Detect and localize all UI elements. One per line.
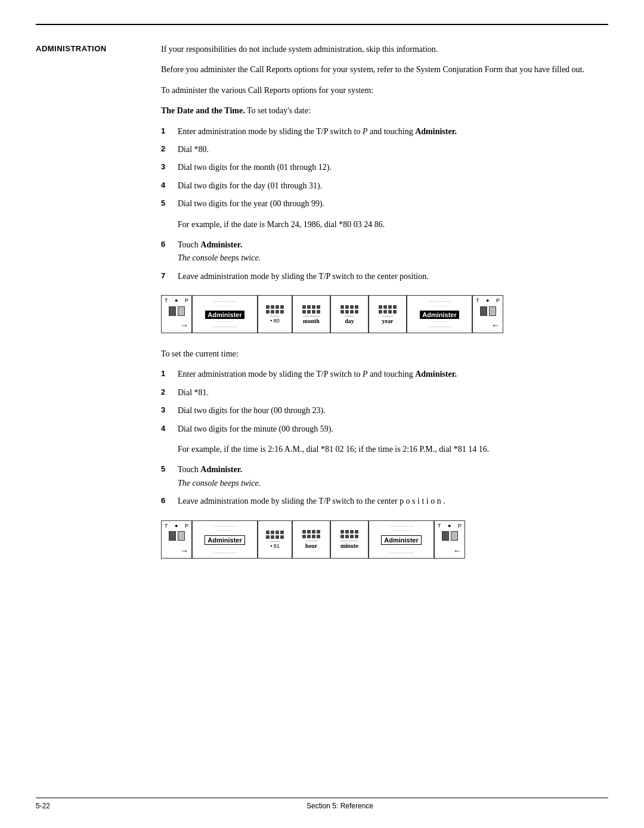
code-box-80: • 80 xyxy=(258,295,292,333)
hour-dots xyxy=(300,528,323,539)
step-2-content: Dial *80. xyxy=(178,143,608,156)
admin-label-1: Administer xyxy=(205,311,244,319)
dot xyxy=(317,535,320,538)
admin-top-text-1: - - - - - - - - - -· · · · · · · · xyxy=(213,299,236,309)
time-intro: To set the current time: xyxy=(161,348,608,361)
step-num-4: 4 xyxy=(161,179,173,193)
date-time-heading-para: The Date and the Time. To set today's da… xyxy=(161,104,608,117)
step-num-3: 3 xyxy=(161,161,173,174)
dot xyxy=(266,535,270,539)
switch-block-8 xyxy=(451,531,458,541)
p-label-r: ● xyxy=(486,297,489,303)
step-num-5: 5 xyxy=(161,197,173,210)
dot xyxy=(340,305,344,309)
dot xyxy=(340,310,344,314)
admin-top-text-2: - - - - - - - - - -· · · · · · · · xyxy=(428,299,451,309)
date-steps-6-7: 6 Touch Administer. The console beeps tw… xyxy=(161,238,608,283)
dot xyxy=(355,530,358,534)
time-admin-bottom-text-2: · · · · · · · ·- - - - - - - - - - xyxy=(389,545,413,556)
dot xyxy=(379,310,382,314)
time-step-num-1: 1 xyxy=(161,368,173,381)
t-label: T xyxy=(165,297,168,303)
hour-box: hour xyxy=(292,520,330,559)
dot xyxy=(317,530,320,534)
time-admin-top-text-1: - - - - - - - - - -· · · · · · · · xyxy=(213,523,236,534)
time-tp-box-right: T ● P ← xyxy=(434,520,465,559)
time-admin-label-2: Administer xyxy=(381,535,421,545)
top-rule xyxy=(36,24,608,25)
date-diagram: T ● P → - - - - - - - - - -· · · · · · · xyxy=(161,295,608,333)
p-label2-r: P xyxy=(496,297,500,303)
dot xyxy=(312,535,315,538)
time-admin-box-2: - - - - - - - - - -· · · · · · · · Admin… xyxy=(369,520,434,559)
dot xyxy=(393,305,397,309)
dot xyxy=(345,305,349,309)
p-label2: P xyxy=(185,297,188,303)
switch-block-4 xyxy=(489,306,496,316)
date-step-7: 7 Leave administration mode by sliding t… xyxy=(161,270,608,283)
p-label: ● xyxy=(175,297,178,303)
time-step-1-content: Enter administration mode by sliding the… xyxy=(178,368,608,381)
step-4-content: Dial two digits for the day (01 through … xyxy=(178,179,608,193)
dot xyxy=(355,310,358,314)
footer-page-num: 5-22 xyxy=(36,802,72,810)
time-step-2: 2 Dial *81. xyxy=(161,386,608,399)
time-example: For example, if the time is 2:16 A.M., d… xyxy=(178,443,608,456)
date-step-5: 5 Dial two digits for the year (00 throu… xyxy=(161,197,608,210)
switch-block-3 xyxy=(480,306,487,316)
day-box: day xyxy=(330,295,369,333)
admin-bottom-text-1: · · · · · · · ·- - - - - - - - - - xyxy=(213,320,236,330)
step-6-content: Touch Administer. The console beeps twic… xyxy=(178,238,608,265)
time-arrow-left: ← xyxy=(451,545,463,557)
code-dots-80 xyxy=(264,303,286,315)
dot xyxy=(350,310,354,314)
time-admin-label-1: Administer xyxy=(205,535,244,545)
minute-label: minute xyxy=(340,541,358,550)
dot xyxy=(271,310,274,314)
time-step-num-6: 6 xyxy=(161,495,173,508)
admin-box-2: - - - - - - - - - -· · · · · · · · Admin… xyxy=(407,295,472,333)
dot xyxy=(307,310,311,314)
day-label: day xyxy=(345,316,354,325)
hour-label: hour xyxy=(305,541,318,550)
year-label: year xyxy=(382,316,394,325)
time-step-num-5: 5 xyxy=(161,463,173,490)
date-time-heading: The Date and the Time. xyxy=(161,106,245,115)
dot xyxy=(388,305,392,309)
date-step-2: 2 Dial *80. xyxy=(161,143,608,156)
date-example: For example, if the date is March 24, 19… xyxy=(178,218,608,231)
dot xyxy=(312,530,315,534)
time-step-num-3: 3 xyxy=(161,404,173,417)
t-label-tr: T xyxy=(438,523,441,529)
dot xyxy=(266,305,270,309)
time-tp-box-left: T ● P → xyxy=(161,520,192,559)
dot xyxy=(266,310,270,314)
dot xyxy=(383,305,387,309)
time-step-6-content: Leave administration mode by sliding the… xyxy=(178,495,608,508)
p-label2-t: P xyxy=(185,523,188,529)
dot xyxy=(350,530,354,534)
dot xyxy=(312,305,315,309)
time-step-5-content: Touch Administer. The console beeps twic… xyxy=(178,463,608,490)
step-6-italic: The console beeps twice. xyxy=(178,252,608,265)
dot xyxy=(379,305,382,309)
step-3-content: Dial two digits for the month (01 throug… xyxy=(178,161,608,174)
section-heading: ADMINISTRATION xyxy=(36,44,107,53)
dot xyxy=(350,305,354,309)
time-steps-list: 1 Enter administration mode by sliding t… xyxy=(161,368,608,436)
switch-block-6 xyxy=(178,531,185,541)
right-column: If your responsibilities do not include … xyxy=(155,43,608,573)
switch-block-7 xyxy=(442,531,449,541)
code-value-81: • 81 xyxy=(270,541,280,550)
dot xyxy=(345,530,349,534)
step-num-6: 6 xyxy=(161,238,173,265)
arrow-left: ← xyxy=(490,320,501,331)
time-admin-bottom-text-1: · · · · · · · ·- - - - - - - - - - xyxy=(213,545,236,556)
dot xyxy=(271,535,274,539)
dot xyxy=(312,310,315,314)
code-value-80: • 80 xyxy=(270,316,280,325)
p-label2-tr: P xyxy=(458,523,462,529)
left-column: ADMINISTRATION xyxy=(36,43,155,573)
time-admin-top-text-2: - - - - - - - - - -· · · · · · · · xyxy=(389,523,413,534)
step-num-7: 7 xyxy=(161,270,173,283)
